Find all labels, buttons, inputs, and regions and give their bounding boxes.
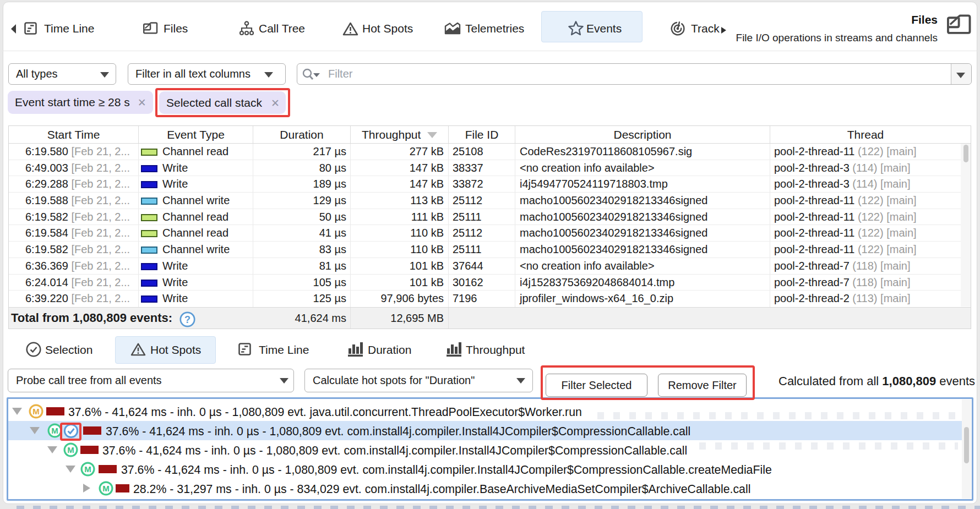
svg-text:?: ? [184, 314, 190, 325]
svg-text:M: M [67, 445, 74, 455]
svg-text:M: M [51, 426, 58, 435]
svg-text:M: M [32, 407, 40, 416]
svg-text:M: M [102, 484, 110, 493]
svg-text:M: M [84, 464, 91, 474]
